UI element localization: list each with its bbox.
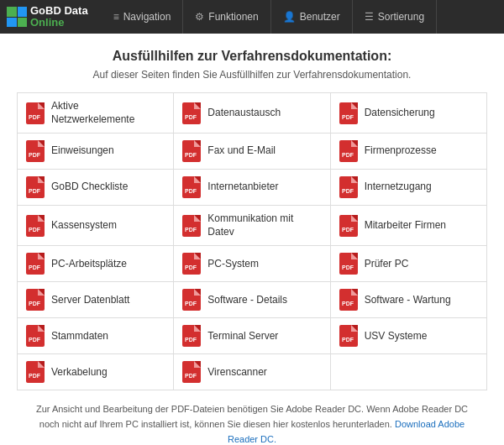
grid-item[interactable]: PDF Prüfer PC — [331, 246, 487, 282]
logo-top: GoBD Data — [30, 5, 88, 17]
pdf-icon: PDF — [26, 289, 45, 311]
pdf-icon: PDF — [339, 289, 358, 311]
nav-navigation[interactable]: ≡ Navigation — [102, 0, 184, 34]
svg-text:PDF: PDF — [29, 337, 41, 343]
svg-text:PDF: PDF — [185, 264, 197, 270]
svg-text:PDF: PDF — [185, 337, 197, 343]
grid-item-label: Prüfer PC — [365, 258, 409, 271]
sortierung-icon: ☰ — [365, 11, 374, 23]
grid-item-label: Fax und E-Mail — [207, 144, 276, 158]
nav-funktionen[interactable]: ⚙ Funktionen — [183, 0, 270, 34]
grid-item[interactable]: PDF GoBD Checkliste — [18, 170, 174, 206]
svg-text:PDF: PDF — [185, 114, 197, 120]
svg-text:PDF: PDF — [185, 188, 197, 194]
page-title: Ausfüllhilfen zur Verfahrensdokumentatio… — [17, 49, 487, 64]
grid-item[interactable]: PDF Server Datenblatt — [18, 282, 174, 318]
grid-item-label: Aktive Netzwerkelemente — [51, 100, 165, 126]
nav-sortierung[interactable]: ☰ Sortierung — [353, 0, 437, 34]
svg-text:PDF: PDF — [342, 152, 354, 158]
svg-text:PDF: PDF — [29, 301, 41, 306]
grid-item[interactable]: PDF Einweisungen — [18, 134, 174, 170]
grid-item-label: Kassensystem — [51, 219, 117, 233]
pdf-icon: PDF — [182, 140, 201, 162]
grid-item[interactable]: PDF Datensicherung — [331, 93, 487, 134]
svg-text:PDF: PDF — [342, 264, 354, 270]
svg-text:PDF: PDF — [185, 227, 197, 233]
svg-text:PDF: PDF — [185, 301, 197, 306]
grid-item[interactable]: PDF Fax und E-Mail — [174, 134, 330, 170]
svg-text:PDF: PDF — [29, 114, 41, 120]
grid-item-label: USV Systeme — [365, 330, 428, 343]
grid-item[interactable]: PDF Internetanbieter — [174, 170, 330, 206]
logo-bottom: Online — [30, 17, 88, 29]
grid-item[interactable]: PDF PC-Arbeitsplätze — [18, 246, 174, 282]
grid-item-label: Mitarbeiter Firmen — [365, 219, 446, 233]
header: GoBD Data Online ≡ Navigation ⚙ Funktion… — [0, 0, 504, 34]
main-content: Ausfüllhilfen zur Verfahrensdokumentatio… — [0, 34, 504, 445]
grid-item[interactable]: PDF Internetzugang — [331, 170, 487, 206]
pdf-icon: PDF — [26, 140, 45, 162]
grid-item[interactable]: PDF Firmenprozesse — [331, 134, 487, 170]
grid-item-label: Datensicherung — [365, 107, 435, 120]
svg-text:PDF: PDF — [29, 152, 41, 158]
grid-item[interactable]: PDF Software - Wartung — [331, 282, 487, 318]
grid-item — [331, 354, 487, 390]
pdf-icon: PDF — [26, 325, 45, 347]
pdf-icon: PDF — [182, 361, 201, 383]
funktionen-icon: ⚙ — [195, 11, 204, 23]
grid-item-label: GoBD Checkliste — [51, 181, 128, 194]
grid-item[interactable]: PDF Aktive Netzwerkelemente — [18, 93, 174, 134]
grid-item-label: PC-Arbeitsplätze — [51, 258, 127, 271]
grid-item[interactable]: PDF Kommunikation mit Datev — [174, 206, 330, 246]
pdf-icon: PDF — [339, 176, 358, 198]
pdf-icon: PDF — [26, 102, 45, 124]
pdf-icon: PDF — [26, 176, 45, 198]
pdf-grid: PDF Aktive Netzwerkelemente PDF Datenaus… — [17, 92, 487, 390]
grid-item-label: Software - Details — [207, 294, 287, 307]
pdf-icon: PDF — [182, 176, 201, 198]
footer-note: Zur Ansicht und Bearbeitung der PDF-Date… — [17, 402, 487, 445]
svg-text:PDF: PDF — [342, 301, 354, 306]
pdf-icon: PDF — [339, 102, 358, 124]
nav-navigation-label: Navigation — [123, 11, 171, 23]
grid-item-label: Terminal Server — [207, 330, 278, 343]
pdf-icon: PDF — [182, 102, 201, 124]
pdf-icon: PDF — [182, 289, 201, 311]
grid-item-label: PC-System — [207, 258, 259, 271]
grid-item-label: Kommunikation mit Datev — [207, 212, 321, 238]
svg-text:PDF: PDF — [342, 188, 354, 194]
pdf-icon: PDF — [26, 361, 45, 383]
grid-item[interactable]: PDF Terminal Server — [174, 318, 330, 354]
nav-funktionen-label: Funktionen — [208, 11, 258, 23]
pdf-icon: PDF — [339, 253, 358, 275]
grid-item[interactable]: PDF USV Systeme — [331, 318, 487, 354]
grid-item[interactable]: PDF PC-System — [174, 246, 330, 282]
nav-benutzer[interactable]: 👤 Benutzer — [271, 0, 353, 34]
grid-item-label: Verkabelung — [51, 366, 108, 380]
pdf-icon: PDF — [339, 140, 358, 162]
svg-text:PDF: PDF — [185, 373, 197, 379]
grid-item[interactable]: PDF Kassensystem — [18, 206, 174, 246]
grid-item[interactable]: PDF Virenscanner — [174, 354, 330, 390]
nav-benutzer-label: Benutzer — [300, 11, 340, 23]
grid-item-label: Internetanbieter — [207, 181, 278, 194]
main-nav: ≡ Navigation ⚙ Funktionen 👤 Benutzer ☰ S… — [102, 0, 497, 34]
svg-text:PDF: PDF — [185, 152, 197, 158]
grid-item-label: Server Datenblatt — [51, 294, 129, 307]
svg-text:PDF: PDF — [29, 227, 41, 233]
grid-item-label: Datenaustausch — [207, 107, 281, 120]
pdf-icon: PDF — [26, 215, 45, 237]
svg-text:PDF: PDF — [29, 264, 41, 270]
logo: GoBD Data Online — [7, 5, 88, 29]
grid-item[interactable]: PDF Stammdaten — [18, 318, 174, 354]
grid-item-label: Einweisungen — [51, 144, 114, 158]
grid-item[interactable]: PDF Verkabelung — [18, 354, 174, 390]
page-subtitle: Auf dieser Seiten finden Sie Ausfüllhilf… — [17, 69, 487, 81]
grid-item[interactable]: PDF Mitarbeiter Firmen — [331, 206, 487, 246]
grid-item-label: Virenscanner — [207, 366, 267, 380]
grid-item[interactable]: PDF Software - Details — [174, 282, 330, 318]
grid-item-label: Software - Wartung — [365, 294, 451, 307]
navigation-icon: ≡ — [113, 11, 119, 23]
grid-item[interactable]: PDF Datenaustausch — [174, 93, 330, 134]
svg-text:PDF: PDF — [342, 337, 354, 343]
